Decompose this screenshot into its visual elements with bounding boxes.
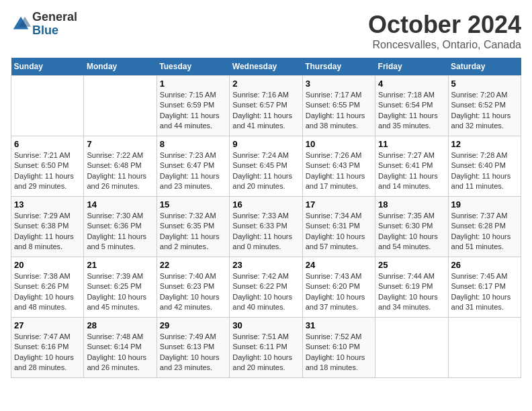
calendar-cell: 2Sunrise: 7:16 AMSunset: 6:57 PMDaylight…	[230, 76, 302, 136]
day-number: 3	[306, 79, 372, 89]
calendar-cell	[375, 318, 448, 378]
calendar-cell: 1Sunrise: 7:15 AMSunset: 6:59 PMDaylight…	[157, 76, 229, 136]
weekday-header-row: SundayMondayTuesdayWednesdayThursdayFrid…	[11, 58, 521, 76]
weekday-header-wednesday: Wednesday	[230, 58, 302, 76]
day-info: Sunrise: 7:16 AMSunset: 6:57 PMDaylight:…	[232, 90, 299, 132]
weekday-header-sunday: Sunday	[11, 58, 84, 76]
day-number: 31	[306, 320, 372, 330]
weekday-header-monday: Monday	[84, 58, 157, 76]
day-info: Sunrise: 7:37 AMSunset: 6:28 PMDaylight:…	[451, 211, 518, 253]
calendar-cell: 7Sunrise: 7:22 AMSunset: 6:48 PMDaylight…	[84, 136, 157, 197]
calendar-cell: 18Sunrise: 7:35 AMSunset: 6:30 PMDayligh…	[375, 197, 448, 257]
calendar-cell: 13Sunrise: 7:29 AMSunset: 6:38 PMDayligh…	[11, 197, 84, 257]
day-info: Sunrise: 7:28 AMSunset: 6:40 PMDaylight:…	[451, 150, 518, 192]
weekday-header-tuesday: Tuesday	[157, 58, 229, 76]
weekday-header-saturday: Saturday	[448, 58, 521, 76]
calendar-cell: 17Sunrise: 7:34 AMSunset: 6:31 PMDayligh…	[302, 197, 375, 257]
day-number: 15	[160, 199, 226, 210]
day-info: Sunrise: 7:45 AMSunset: 6:17 PMDaylight:…	[451, 271, 518, 313]
calendar-cell: 5Sunrise: 7:20 AMSunset: 6:52 PMDaylight…	[448, 76, 521, 136]
calendar-cell: 15Sunrise: 7:32 AMSunset: 6:35 PMDayligh…	[157, 197, 229, 257]
day-info: Sunrise: 7:42 AMSunset: 6:22 PMDaylight:…	[232, 271, 299, 313]
day-info: Sunrise: 7:34 AMSunset: 6:31 PMDaylight:…	[306, 211, 372, 253]
day-number: 1	[160, 79, 226, 89]
calendar-cell: 16Sunrise: 7:33 AMSunset: 6:33 PMDayligh…	[230, 197, 302, 257]
day-info: Sunrise: 7:17 AMSunset: 6:55 PMDaylight:…	[306, 90, 372, 132]
day-info: Sunrise: 7:35 AMSunset: 6:30 PMDaylight:…	[378, 211, 445, 253]
day-number: 16	[232, 199, 299, 210]
day-info: Sunrise: 7:49 AMSunset: 6:13 PMDaylight:…	[160, 332, 226, 373]
calendar-cell	[11, 76, 84, 136]
calendar-cell: 28Sunrise: 7:48 AMSunset: 6:14 PMDayligh…	[84, 318, 157, 378]
day-info: Sunrise: 7:29 AMSunset: 6:38 PMDaylight:…	[14, 211, 81, 253]
day-number: 22	[160, 260, 226, 270]
calendar-cell: 30Sunrise: 7:51 AMSunset: 6:11 PMDayligh…	[230, 318, 302, 378]
day-number: 18	[378, 199, 445, 210]
weekday-header-thursday: Thursday	[302, 58, 375, 76]
day-info: Sunrise: 7:40 AMSunset: 6:23 PMDaylight:…	[160, 271, 226, 313]
day-info: Sunrise: 7:15 AMSunset: 6:59 PMDaylight:…	[160, 90, 226, 132]
calendar-location: Roncesvalles, Ontario, Canada	[368, 39, 521, 51]
calendar-cell: 3Sunrise: 7:17 AMSunset: 6:55 PMDaylight…	[302, 76, 375, 136]
logo-icon	[11, 14, 31, 34]
calendar-cell: 4Sunrise: 7:18 AMSunset: 6:54 PMDaylight…	[375, 76, 448, 136]
day-number: 30	[232, 320, 299, 330]
day-number: 5	[451, 79, 518, 89]
calendar-cell: 25Sunrise: 7:44 AMSunset: 6:19 PMDayligh…	[375, 257, 448, 318]
day-info: Sunrise: 7:43 AMSunset: 6:20 PMDaylight:…	[306, 271, 372, 313]
calendar-cell	[84, 76, 157, 136]
calendar-week-row: 1Sunrise: 7:15 AMSunset: 6:59 PMDaylight…	[11, 76, 521, 136]
calendar-week-row: 20Sunrise: 7:38 AMSunset: 6:26 PMDayligh…	[11, 257, 521, 318]
day-number: 25	[378, 260, 445, 270]
day-number: 27	[14, 320, 81, 330]
day-number: 21	[87, 260, 153, 270]
calendar-cell: 29Sunrise: 7:49 AMSunset: 6:13 PMDayligh…	[157, 318, 229, 378]
calendar-cell: 11Sunrise: 7:27 AMSunset: 6:41 PMDayligh…	[375, 136, 448, 197]
calendar-cell: 9Sunrise: 7:24 AMSunset: 6:45 PMDaylight…	[230, 136, 302, 197]
calendar-week-row: 6Sunrise: 7:21 AMSunset: 6:50 PMDaylight…	[11, 136, 521, 197]
calendar-cell: 20Sunrise: 7:38 AMSunset: 6:26 PMDayligh…	[11, 257, 84, 318]
calendar-cell: 21Sunrise: 7:39 AMSunset: 6:25 PMDayligh…	[84, 257, 157, 318]
day-info: Sunrise: 7:30 AMSunset: 6:36 PMDaylight:…	[87, 211, 153, 253]
calendar-week-row: 27Sunrise: 7:47 AMSunset: 6:16 PMDayligh…	[11, 318, 521, 378]
weekday-header-friday: Friday	[375, 58, 448, 76]
day-number: 4	[378, 79, 445, 89]
day-info: Sunrise: 7:33 AMSunset: 6:33 PMDaylight:…	[232, 211, 299, 253]
day-number: 2	[232, 79, 299, 89]
day-info: Sunrise: 7:22 AMSunset: 6:48 PMDaylight:…	[87, 150, 153, 192]
day-number: 14	[87, 199, 153, 210]
calendar-cell: 6Sunrise: 7:21 AMSunset: 6:50 PMDaylight…	[11, 136, 84, 197]
day-info: Sunrise: 7:39 AMSunset: 6:25 PMDaylight:…	[87, 271, 153, 313]
day-number: 26	[451, 260, 518, 270]
day-number: 12	[451, 139, 518, 149]
calendar-cell: 12Sunrise: 7:28 AMSunset: 6:40 PMDayligh…	[448, 136, 521, 197]
day-number: 28	[87, 320, 153, 330]
day-info: Sunrise: 7:18 AMSunset: 6:54 PMDaylight:…	[378, 90, 445, 132]
day-info: Sunrise: 7:52 AMSunset: 6:10 PMDaylight:…	[306, 332, 372, 373]
calendar-cell: 23Sunrise: 7:42 AMSunset: 6:22 PMDayligh…	[230, 257, 302, 318]
day-info: Sunrise: 7:20 AMSunset: 6:52 PMDaylight:…	[451, 90, 518, 132]
day-number: 20	[14, 260, 81, 270]
page-header: General Blue October 2024 Roncesvalles, …	[11, 11, 521, 51]
day-info: Sunrise: 7:51 AMSunset: 6:11 PMDaylight:…	[232, 332, 299, 373]
calendar-cell: 27Sunrise: 7:47 AMSunset: 6:16 PMDayligh…	[11, 318, 84, 378]
day-number: 9	[232, 139, 299, 149]
calendar-cell: 24Sunrise: 7:43 AMSunset: 6:20 PMDayligh…	[302, 257, 375, 318]
calendar-title: October 2024	[368, 11, 521, 39]
day-number: 17	[306, 199, 372, 210]
day-info: Sunrise: 7:32 AMSunset: 6:35 PMDaylight:…	[160, 211, 226, 253]
day-info: Sunrise: 7:44 AMSunset: 6:19 PMDaylight:…	[378, 271, 445, 313]
day-number: 8	[160, 139, 226, 149]
day-number: 13	[14, 199, 81, 210]
calendar-cell: 8Sunrise: 7:23 AMSunset: 6:47 PMDaylight…	[157, 136, 229, 197]
logo: General Blue	[11, 11, 77, 38]
day-number: 11	[378, 139, 445, 149]
day-info: Sunrise: 7:47 AMSunset: 6:16 PMDaylight:…	[14, 332, 81, 373]
day-number: 19	[451, 199, 518, 210]
title-block: October 2024 Roncesvalles, Ontario, Cana…	[368, 11, 521, 51]
calendar-cell: 19Sunrise: 7:37 AMSunset: 6:28 PMDayligh…	[448, 197, 521, 257]
day-info: Sunrise: 7:27 AMSunset: 6:41 PMDaylight:…	[378, 150, 445, 192]
logo-general-text: General	[32, 11, 77, 24]
calendar-cell: 31Sunrise: 7:52 AMSunset: 6:10 PMDayligh…	[302, 318, 375, 378]
calendar-cell: 10Sunrise: 7:26 AMSunset: 6:43 PMDayligh…	[302, 136, 375, 197]
